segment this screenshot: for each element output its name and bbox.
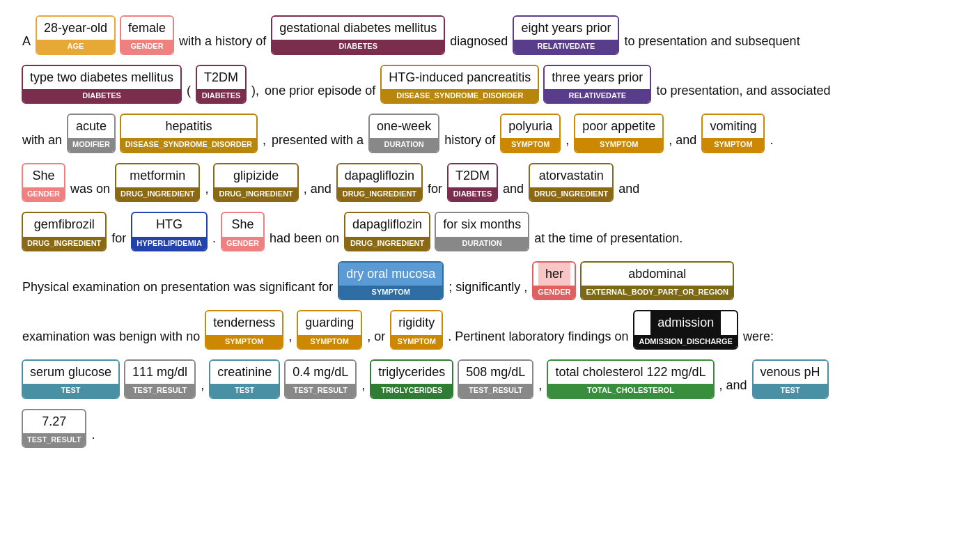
entity-gemfibrozil[interactable]: gemfibrozil DRUG_INGREDIENT	[22, 212, 107, 251]
entity-htg[interactable]: HTG HYPERLIPIDEMIA	[131, 212, 208, 251]
text-comma4: ,	[199, 375, 205, 400]
entity-venous-ph[interactable]: venous pH TEST	[752, 359, 829, 399]
gestational-diabetes-text: gestational diabetes mellitus	[272, 17, 444, 40]
entity-tenderness[interactable]: tenderness SYMPTOM	[205, 310, 283, 350]
text-at-time: at the time of presentation.	[533, 228, 684, 253]
tenderness-label: SYMPTOM	[206, 335, 282, 348]
entity-t2dm1[interactable]: T2DM DIABETES	[196, 65, 247, 104]
text-and1: , and	[667, 130, 698, 155]
hepatitis-text: hepatitis	[158, 115, 219, 138]
entity-dry-oral[interactable]: dry oral mucosa SYMPTOM	[338, 261, 444, 301]
one-week-text: one-week	[370, 115, 438, 138]
text-history-of: history of	[443, 130, 497, 155]
tenderness-text: tenderness	[206, 311, 282, 334]
six-months-label: DURATION	[436, 237, 528, 250]
text-and3: and	[501, 179, 525, 203]
polyuria-label: SYMPTOM	[501, 138, 559, 151]
htg-text: HTG	[149, 213, 189, 236]
entity-dapagliflozin2[interactable]: dapagliflozin DRUG_INGREDIENT	[344, 212, 430, 251]
entity-vomiting[interactable]: vomiting SYMPTOM	[701, 114, 765, 153]
htg-pancreatitis-text: HTG-induced pancreatitis	[382, 66, 538, 89]
metformin-label: DRUG_INGREDIENT	[116, 187, 198, 201]
text-to-presentation-associated: to presentation, and associated	[655, 81, 832, 105]
her1-label: GENDER	[533, 286, 575, 299]
text-with-an: with an	[21, 130, 63, 155]
serum-glucose-label: TEST	[23, 384, 118, 397]
triglycerides-label: TRIGLYCERIDES	[371, 384, 452, 397]
venous-ph-label: TEST	[754, 384, 827, 397]
entity-t2dm2[interactable]: T2DM DIABETES	[447, 163, 498, 203]
entity-dapagliflozin1[interactable]: dapagliflozin DRUG_INGREDIENT	[336, 163, 423, 203]
entity-her1[interactable]: her GENDER	[532, 261, 576, 301]
entity-metformin[interactable]: metformin DRUG_INGREDIENT	[115, 163, 200, 203]
dry-oral-text: dry oral mucosa	[339, 263, 442, 286]
poor-appetite-text: poor appetite	[575, 115, 662, 138]
entity-mg508[interactable]: 508 mg/dL TEST_RESULT	[458, 359, 533, 399]
total-chol-label: TOTAL_CHOLESTEROL	[548, 384, 712, 397]
val727-text: 7.27	[35, 410, 73, 433]
mg111-text: 111 mg/dl	[125, 361, 194, 384]
entity-polyuria[interactable]: polyuria SYMPTOM	[500, 114, 561, 153]
text-period2: .	[211, 228, 217, 253]
entity-creatinine[interactable]: creatinine TEST	[209, 359, 280, 399]
entity-one-week[interactable]: one-week DURATION	[368, 114, 439, 153]
entity-type-two-dm[interactable]: type two diabetes mellitus DIABETES	[22, 65, 182, 104]
entity-gender1[interactable]: female GENDER	[120, 15, 174, 55]
text-pertinent: . Pertinent laboratory findings on	[446, 327, 630, 351]
mg508-label: TEST_RESULT	[459, 384, 532, 397]
gemfibrozil-label: DRUG_INGREDIENT	[23, 237, 105, 250]
eight-years-text: eight years prior	[514, 17, 618, 40]
she2-text: She	[224, 213, 260, 236]
dapagliflozin2-text: dapagliflozin	[345, 213, 429, 236]
gender1-label: GENDER	[121, 40, 173, 53]
t2dm2-label: DIABETES	[448, 187, 497, 201]
venous-ph-text: venous pH	[754, 361, 827, 384]
three-years-text: three years prior	[545, 66, 650, 89]
serum-glucose-text: serum glucose	[23, 361, 118, 384]
entity-hepatitis[interactable]: hepatitis DISEASE_SYNDROME_DISORDER	[120, 114, 258, 153]
entity-eight-years[interactable]: eight years prior RELATIVEDATE	[513, 15, 619, 55]
row-7: examination was benign with no tendernes…	[21, 309, 954, 351]
triglycerides-text: triglycerides	[371, 361, 452, 384]
entity-serum-glucose[interactable]: serum glucose TEST	[22, 359, 120, 399]
entity-mg111[interactable]: 111 mg/dl TEST_RESULT	[124, 359, 196, 399]
entity-she1[interactable]: She GENDER	[22, 163, 65, 203]
entity-guarding[interactable]: guarding SYMPTOM	[297, 310, 362, 350]
entity-age[interactable]: 28-year-old AGE	[36, 15, 116, 55]
entity-rigidity[interactable]: rigidity SYMPTOM	[390, 310, 443, 350]
three-years-label: RELATIVEDATE	[545, 89, 650, 102]
entity-htg-pancreatitis[interactable]: HTG-induced pancreatitis DISEASE_SYNDROM…	[380, 65, 539, 104]
atorvastatin-label: DRUG_INGREDIENT	[530, 187, 612, 201]
entity-mg04[interactable]: 0.4 mg/dL TEST_RESULT	[284, 359, 357, 399]
entity-gestational-diabetes[interactable]: gestational diabetes mellitus DIABETES	[271, 15, 445, 55]
creatinine-text: creatinine	[210, 361, 279, 384]
entity-she2[interactable]: She GENDER	[221, 212, 265, 251]
entity-six-months[interactable]: for six months DURATION	[435, 212, 529, 251]
entity-poor-appetite[interactable]: poor appetite SYMPTOM	[574, 114, 664, 153]
type-two-dm-text: type two diabetes mellitus	[23, 66, 180, 89]
row-6: Physical examination on presentation was…	[21, 260, 954, 302]
dry-oral-label: SYMPTOM	[339, 286, 442, 299]
admission-text: admission	[650, 311, 721, 334]
text-and4: , and	[718, 375, 749, 400]
entity-glipizide[interactable]: glipizide DRUG_INGREDIENT	[213, 163, 298, 203]
entity-atorvastatin[interactable]: atorvastatin DRUG_INGREDIENT	[529, 163, 614, 203]
creatinine-label: TEST	[210, 384, 279, 397]
entity-admission[interactable]: admission ADMISSION_DISCHARGE	[633, 310, 738, 350]
she1-text: She	[26, 164, 62, 187]
hepatitis-label: DISEASE_SYNDROME_DISORDER	[121, 138, 256, 151]
entity-total-chol[interactable]: total cholesterol 122 mg/dL TOTAL_CHOLES…	[547, 359, 714, 399]
entity-triglycerides[interactable]: triglycerides TRIGLYCERIDES	[370, 359, 453, 399]
six-months-text: for six months	[436, 213, 528, 236]
age-text: 28-year-old	[37, 17, 114, 40]
entity-three-years[interactable]: three years prior RELATIVEDATE	[543, 65, 651, 104]
gestational-diabetes-label: DIABETES	[272, 40, 444, 53]
entity-abdominal[interactable]: abdominal EXTERNAL_BODY_PART_OR_REGION	[580, 261, 734, 301]
entity-val727[interactable]: 7.27 TEST_RESULT	[22, 409, 86, 449]
t2dm2-text: T2DM	[448, 164, 497, 187]
entity-acute[interactable]: acute MODIFIER	[67, 114, 116, 153]
mg04-label: TEST_RESULT	[286, 384, 355, 397]
poor-appetite-label: SYMPTOM	[575, 138, 662, 151]
glipizide-label: DRUG_INGREDIENT	[214, 187, 297, 201]
abdominal-label: EXTERNAL_BODY_PART_OR_REGION	[582, 286, 733, 299]
